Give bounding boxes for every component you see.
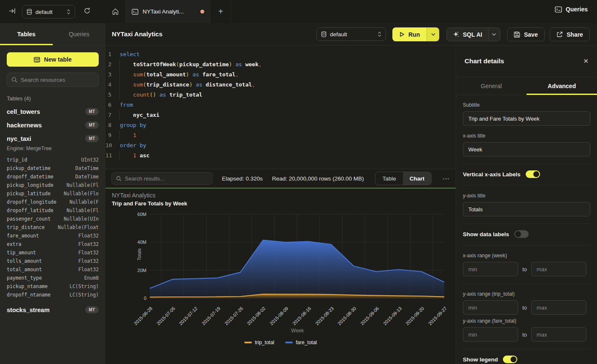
- area-chart[interactable]: [105, 189, 456, 364]
- y-range-trip-min-input[interactable]: [463, 300, 518, 315]
- column-row[interactable]: extraFloat32: [7, 240, 99, 248]
- table-row-cell-towers[interactable]: cell_towers MT: [7, 108, 99, 115]
- results-search[interactable]: [111, 172, 213, 185]
- column-type: Float32: [78, 232, 99, 240]
- tab-advanced[interactable]: Advanced: [527, 77, 597, 94]
- x-range-max-input[interactable]: [531, 262, 586, 276]
- x-range-min-input[interactable]: [463, 262, 518, 276]
- tab-nytaxi-analytics[interactable]: NYTaxi Analyti...: [126, 0, 210, 23]
- x-axis-title-input[interactable]: Week: [463, 142, 590, 156]
- y-axis-tick: 40M: [128, 240, 146, 245]
- column-name: pickup_ntaname: [7, 282, 48, 291]
- column-row[interactable]: fare_amountFloat32: [7, 232, 99, 240]
- y-axis-title-label: y-axis title: [463, 193, 590, 199]
- x-axis-title: Week: [245, 328, 350, 334]
- sparkle-icon: [453, 31, 459, 38]
- column-row[interactable]: dropoff_longitudeNullable(F: [7, 198, 99, 206]
- y-axis-title-input[interactable]: Totals: [463, 202, 590, 216]
- sidebar-tab-tables[interactable]: Tables: [0, 23, 53, 45]
- column-row[interactable]: pickup_latitudeNullable(Flo: [7, 189, 99, 198]
- database-selector[interactable]: default: [22, 5, 75, 19]
- table-row-nyc-taxi[interactable]: nyc_taxi MT: [7, 135, 99, 142]
- column-row[interactable]: tolls_amountFloat32: [7, 257, 99, 265]
- subtitle-input[interactable]: Trip and Fare Totals by Week: [463, 111, 590, 126]
- close-icon[interactable]: ✕: [583, 57, 589, 65]
- save-button[interactable]: Save: [507, 27, 545, 41]
- queries-button[interactable]: Queries: [555, 6, 588, 13]
- new-tab-button[interactable]: +: [211, 0, 231, 23]
- engine-badge: MT: [85, 108, 99, 115]
- sql-ai-button-group: SQL AI: [446, 27, 500, 41]
- y-range-fare-max-input[interactable]: [531, 327, 586, 342]
- results-search-input[interactable]: [125, 175, 208, 182]
- column-name: dropoff_ntaname: [7, 291, 51, 299]
- y-range-trip-max-input[interactable]: [531, 300, 586, 315]
- column-row[interactable]: passenger_countNullable(UIn: [7, 215, 99, 223]
- y-range-fare-min-input[interactable]: [463, 327, 518, 342]
- column-name: trip_id: [7, 156, 27, 164]
- column-name: pickup_latitude: [7, 189, 51, 198]
- column-name: payment_type: [7, 274, 42, 282]
- code-line: 2 toStartOfWeek(pickup_datetime) as week…: [105, 59, 456, 70]
- table-row-stocks-stream[interactable]: stocks_stream MT: [7, 306, 99, 313]
- workbook-toolbar: NYTaxi Analytics default Run SQL AI Save…: [105, 23, 597, 46]
- column-row[interactable]: pickup_datetimeDateTime: [7, 164, 99, 173]
- tab-general[interactable]: General: [456, 77, 527, 94]
- column-row[interactable]: dropoff_datetimeDateTime: [7, 173, 99, 181]
- sql-editor[interactable]: 1select2 toStartOfWeek(pickup_datetime) …: [105, 46, 456, 169]
- column-row[interactable]: payment_typeEnum8: [7, 274, 99, 282]
- column-name: trip_distance: [7, 223, 45, 232]
- column-row[interactable]: trip_distanceNullable(Float: [7, 223, 99, 232]
- column-row[interactable]: tip_amountFloat32: [7, 248, 99, 257]
- code-line: 4 sum(trip_distance) as distance_total,: [105, 80, 456, 90]
- resource-search[interactable]: [7, 73, 99, 87]
- column-row[interactable]: pickup_ntanameLC(String): [7, 282, 99, 291]
- column-row[interactable]: trip_idUInt32: [7, 156, 99, 164]
- column-row[interactable]: pickup_longitudeNullable(Fl: [7, 181, 99, 189]
- sql-ai-options-button[interactable]: [488, 28, 500, 41]
- sql-ai-button[interactable]: SQL AI: [447, 31, 488, 38]
- updown-chevron-icon: [67, 9, 70, 15]
- run-button[interactable]: Run: [392, 27, 427, 41]
- resource-search-input[interactable]: [21, 77, 94, 83]
- column-name: dropoff_latitude: [7, 206, 54, 215]
- code-line: 8group by: [105, 120, 456, 130]
- more-options-icon[interactable]: ⋯: [441, 175, 450, 183]
- engine-badge: MT: [85, 135, 99, 142]
- column-row[interactable]: dropoff_latitudeNullable(Fl: [7, 206, 99, 215]
- new-table-button[interactable]: New table: [7, 52, 99, 67]
- legend-item-fare_total[interactable]: fare_total: [285, 340, 317, 345]
- y-axis-tick: 60M: [128, 212, 146, 217]
- run-options-button[interactable]: [427, 27, 439, 41]
- share-button[interactable]: Share: [550, 27, 590, 41]
- show-data-labels-toggle[interactable]: [514, 230, 529, 238]
- show-legend-toggle[interactable]: [503, 356, 517, 363]
- collapse-sidebar-icon[interactable]: [8, 7, 16, 15]
- column-row[interactable]: dropoff_ntanameLC(String): [7, 291, 99, 299]
- sidebar-tabs: Tables Queries: [0, 23, 105, 46]
- line-number: 6: [105, 100, 118, 110]
- legend-item-trip_total[interactable]: trip_total: [244, 340, 274, 345]
- view-table-segment[interactable]: Table: [375, 172, 403, 185]
- search-icon: [11, 77, 17, 83]
- table-row-hackernews[interactable]: hackernews MT: [7, 121, 99, 129]
- column-row[interactable]: total_amountFloat32: [7, 265, 99, 274]
- database-selector-main[interactable]: default: [316, 27, 386, 41]
- elapsed-stat: Elapsed: 0.320s: [222, 175, 263, 182]
- column-name: extra: [7, 240, 22, 248]
- vertical-x-labels-toggle[interactable]: [526, 170, 540, 178]
- column-type: Float32: [78, 265, 99, 274]
- column-type: Enum8: [84, 274, 99, 282]
- chart-legend: trip_totalfare_total: [105, 340, 456, 345]
- run-button-group: Run: [392, 27, 439, 41]
- home-tab[interactable]: [105, 0, 125, 23]
- column-name: pickup_longitude: [7, 181, 54, 189]
- legend-swatch: [244, 342, 252, 343]
- nyc-taxi-columns: trip_idUInt32pickup_datetimeDateTimedrop…: [7, 156, 99, 299]
- code-line: 1select: [105, 49, 456, 59]
- view-chart-segment[interactable]: Chart: [403, 172, 431, 185]
- refresh-icon[interactable]: [84, 7, 91, 14]
- column-name: tip_amount: [7, 248, 36, 257]
- tab-strip: NYTaxi Analyti... +: [105, 0, 485, 23]
- sidebar-tab-queries[interactable]: Queries: [53, 23, 105, 45]
